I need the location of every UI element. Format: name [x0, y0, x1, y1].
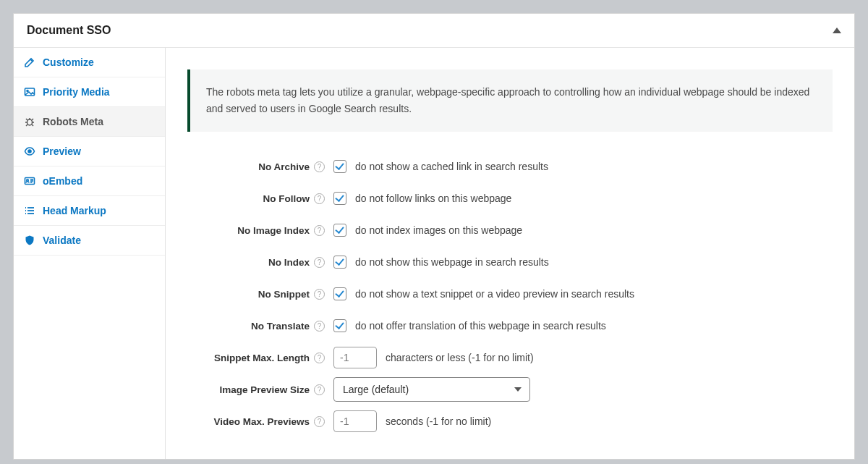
no-translate-checkbox[interactable] [333, 319, 346, 332]
row-video-max: Video Max. Previews ? seconds (-1 for no… [187, 405, 833, 437]
help-icon[interactable]: ? [314, 193, 325, 204]
sidebar-item-preview[interactable]: Preview [14, 137, 165, 166]
row-label: Image Preview Size [219, 384, 310, 395]
row-suffix: characters or less (-1 for no limit) [386, 352, 534, 363]
row-label: No Follow [263, 193, 310, 204]
panel-body: Customize Priority Media Robots Meta Pre… [14, 48, 854, 459]
row-image-preview: Image Preview Size ? Large (default) [187, 374, 833, 405]
video-max-input[interactable] [333, 410, 377, 432]
row-label: Video Max. Previews [213, 416, 310, 427]
panel-header: Document SSO [14, 14, 854, 48]
help-icon[interactable]: ? [314, 289, 325, 300]
bug-icon [24, 116, 35, 127]
row-snippet-max: Snippet Max. Length ? characters or less… [187, 342, 833, 374]
panel-title: Document SSO [27, 24, 111, 37]
row-no-image-index: No Image Index ? do not index images on … [187, 214, 833, 246]
row-label: No Index [268, 257, 310, 268]
row-desc: do not follow links on this webpage [355, 193, 511, 204]
row-no-snippet: No Snippet ? do not show a text snippet … [187, 278, 833, 310]
row-no-translate: No Translate ? do not offer translation … [187, 310, 833, 342]
help-icon[interactable]: ? [314, 416, 325, 427]
row-suffix: seconds (-1 for no limit) [386, 416, 491, 427]
sidebar-item-oembed[interactable]: oEmbed [14, 166, 165, 196]
row-label: No Snippet [258, 289, 310, 300]
help-icon[interactable]: ? [314, 384, 325, 395]
svg-point-3 [28, 150, 31, 153]
svg-point-2 [27, 119, 33, 125]
sidebar-item-validate[interactable]: Validate [14, 226, 165, 256]
sidebar-item-label: Customize [43, 56, 94, 68]
help-icon[interactable]: ? [314, 321, 325, 332]
no-follow-checkbox[interactable] [333, 192, 346, 205]
no-index-checkbox[interactable] [333, 256, 346, 269]
row-label: No Image Index [237, 225, 310, 236]
snippet-max-input[interactable] [333, 347, 377, 368]
collapse-toggle-icon[interactable] [833, 28, 841, 33]
row-label: No Translate [251, 321, 310, 332]
sidebar-item-label: Validate [43, 235, 81, 246]
row-desc: do not index images on this webpage [355, 224, 522, 236]
row-no-index: No Index ? do not show this webpage in s… [187, 246, 833, 278]
sidebar-item-priority-media[interactable]: Priority Media [14, 77, 165, 107]
main-content: The robots meta tag lets you utilize a g… [166, 48, 854, 459]
image-icon [24, 86, 35, 98]
document-sso-panel: Document SSO Customize Priority Media [13, 13, 855, 460]
shield-icon [24, 235, 35, 246]
image-preview-select[interactable]: Large (default) [333, 377, 530, 402]
sidebar: Customize Priority Media Robots Meta Pre… [14, 48, 166, 459]
row-no-follow: No Follow ? do not follow links on this … [187, 182, 833, 214]
sidebar-item-robots-meta[interactable]: Robots Meta [14, 107, 165, 137]
row-desc: do not show this webpage in search resul… [355, 256, 549, 268]
svg-point-1 [27, 90, 28, 92]
help-icon[interactable]: ? [314, 161, 325, 172]
help-icon[interactable]: ? [314, 353, 325, 363]
sidebar-item-head-markup[interactable]: Head Markup [14, 196, 165, 226]
id-card-icon [24, 175, 35, 187]
row-desc: do not show a text snippet or a video pr… [355, 288, 634, 300]
sidebar-item-label: Robots Meta [43, 116, 103, 127]
sidebar-item-label: Priority Media [43, 86, 110, 98]
edit-icon [24, 56, 35, 68]
eye-icon [24, 145, 35, 157]
no-archive-checkbox[interactable] [333, 160, 346, 173]
help-icon[interactable]: ? [314, 225, 325, 236]
sidebar-item-label: oEmbed [43, 175, 82, 187]
sidebar-item-customize[interactable]: Customize [14, 48, 165, 77]
sidebar-item-label: Preview [43, 145, 81, 157]
row-label: No Archive [258, 161, 310, 172]
row-desc: do not show a cached link in search resu… [355, 161, 548, 172]
row-no-archive: No Archive ? do not show a cached link i… [187, 151, 833, 182]
info-box: The robots meta tag lets you utilize a g… [187, 69, 833, 132]
no-snippet-checkbox[interactable] [333, 287, 346, 300]
sidebar-item-label: Head Markup [43, 205, 106, 216]
row-desc: do not offer translation of this webpage… [355, 320, 606, 332]
list-icon [24, 205, 35, 216]
row-label: Snippet Max. Length [214, 353, 310, 363]
help-icon[interactable]: ? [314, 257, 325, 268]
no-image-index-checkbox[interactable] [333, 224, 346, 237]
